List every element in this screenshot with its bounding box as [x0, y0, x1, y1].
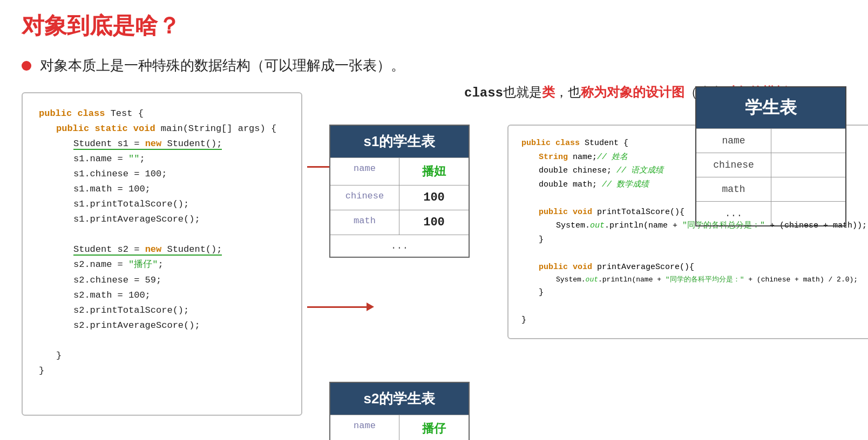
left-panel: public class Test { public static void m… [22, 92, 302, 416]
class-table-row-name: name [696, 128, 845, 153]
table-s2: s2的学生表 name 播仔 chinese 59 math 100 ... [329, 382, 470, 440]
table-s1-val-chinese: 100 [399, 185, 469, 210]
code-box: public class Test { public static void m… [22, 92, 302, 416]
table-s1-val-math: 100 [399, 210, 469, 235]
bullet-text: 对象本质上是一种特殊的数据结构（可以理解成一张表）。 [40, 56, 405, 75]
class-table-wrap: 学生表 name chinese math ... [695, 86, 846, 226]
class-table-val-chinese [771, 153, 845, 177]
code-line-6: s1.math = 100; [39, 182, 285, 197]
right-title-middle1: 也就是 [503, 85, 542, 99]
table-s2-key-name: name [330, 415, 399, 440]
right-code-line-7: } [521, 233, 868, 247]
table-s1-key-chinese: chinese [330, 185, 399, 210]
class-table: 学生表 name chinese math ... [695, 86, 846, 226]
code-line-3: Student s1 = new Student(); [39, 136, 285, 152]
table-s1-key-dots: ... [330, 235, 469, 257]
code-line-8: s1.printAverageScore(); [39, 212, 285, 227]
class-table-key-name: name [696, 129, 771, 153]
tables-section: s1的学生表 name 播妞 chinese 100 math 100 ... [329, 125, 470, 440]
bullet-section: 对象本质上是一种特殊的数据结构（可以理解成一张表）。 [22, 56, 846, 75]
right-code-line-11: } [521, 313, 868, 327]
right-title-comma: ，也 [555, 85, 581, 99]
table-s1-row-math: math 100 [330, 210, 469, 235]
code-line-13: s2.printTotalScore(); [39, 303, 285, 318]
code-line-14: s2.printAverageScore(); [39, 318, 285, 333]
class-table-row-dots: ... [696, 201, 845, 225]
code-line-9: Student s2 = new Student(); [39, 242, 285, 257]
code-line-15: } [39, 348, 285, 363]
class-table-key-math: math [696, 177, 771, 201]
right-code-line-9: System.out.println(name + "同学的各科平均分是：" +… [521, 274, 868, 286]
right-title-class: class [464, 86, 503, 100]
class-table-key-dots: ... [696, 202, 771, 225]
code-line-10: s2.name = "播仔"; [39, 257, 285, 272]
table-s2-row-name: name 播仔 [330, 415, 469, 440]
table-s1-row-dots: ... [330, 235, 469, 257]
table-s1-key-math: math [330, 210, 399, 235]
code-line-16: } [39, 363, 285, 379]
table-s1-row-name: name 播妞 [330, 157, 469, 185]
table-s2-header: s2的学生表 [330, 383, 469, 415]
table-s1-key-name: name [330, 158, 399, 185]
class-table-row-math: math [696, 177, 845, 201]
table-s2-val-name: 播仔 [399, 415, 469, 440]
table-s1-val-name: 播妞 [399, 158, 469, 185]
table-s1-row-chinese: chinese 100 [330, 185, 469, 210]
code-line-5: s1.chinese = 100; [39, 167, 285, 182]
page: 对象到底是啥？ 对象本质上是一种特殊的数据结构（可以理解成一张表）。 class… [0, 0, 868, 440]
right-code-line-blank2 [521, 246, 868, 260]
class-table-val-math [771, 177, 845, 201]
bullet-dot [22, 61, 31, 71]
class-table-val-name [771, 129, 845, 153]
table-s1: s1的学生表 name 播妞 chinese 100 math 100 ... [329, 125, 470, 258]
right-code-line-10: } [521, 286, 868, 300]
right-code-line-8: public void printAverageScore(){ [521, 260, 868, 274]
right-title-called: 称为对象的设计图 [581, 85, 684, 99]
code-line-1: public class Test { [39, 106, 285, 121]
table-s1-header: s1的学生表 [330, 126, 469, 157]
class-table-val-dots [771, 202, 845, 225]
code-line-11: s2.chinese = 59; [39, 273, 285, 288]
right-title-lei: 类 [542, 85, 555, 99]
class-table-row-chinese: chinese [696, 153, 845, 177]
right-code-line-blank3 [521, 300, 868, 314]
code-line-7: s1.printTotalScore(); [39, 197, 285, 212]
code-line-2: public static void main(String[] args) { [39, 121, 285, 136]
page-title: 对象到底是啥？ [22, 11, 846, 41]
class-table-header: 学生表 [696, 87, 845, 128]
class-table-key-chinese: chinese [696, 153, 771, 177]
code-line-4: s1.name = ""; [39, 152, 285, 167]
code-line-12: s2.math = 100; [39, 288, 285, 303]
